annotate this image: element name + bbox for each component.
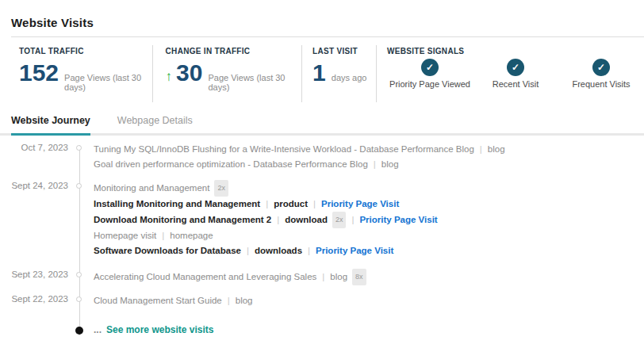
check-circle-icon: ✓ (592, 59, 610, 76)
see-more-link[interactable]: See more website visits (106, 324, 213, 335)
tab-website-journey[interactable]: Website Journey (11, 115, 90, 136)
website-signals: WEBSITE SIGNALS ✓ Priority Page Viewed ✓… (376, 45, 644, 102)
signal-label: Priority Page Viewed (389, 79, 470, 89)
signal-recent-visit: ✓ Recent Visit (473, 59, 558, 89)
entry-title: Accelerating Cloud Management and Levera… (94, 272, 316, 281)
panel-header: Website Visits (0, 0, 644, 36)
entry-title: Monitoring and Management (94, 183, 209, 193)
timeline-group: Sept 22, 2023 Cloud Management Start Gui… (0, 293, 644, 308)
stats-row: TOTAL TRAFFIC 152 Page Views (last 30 da… (0, 45, 644, 102)
stat-value: 152 (19, 61, 59, 85)
timeline-entry: Homepage visit|homepage (94, 228, 438, 243)
priority-page-visit-link[interactable]: Priority Page Visit (359, 215, 437, 224)
stat-total-traffic: TOTAL TRAFFIC 152 Page Views (last 30 da… (0, 45, 152, 102)
header-divider (11, 36, 644, 37)
stat-label: CHANGE IN TRAFFIC (166, 47, 302, 55)
timeline-group: Oct 7, 2023 Tuning My SQL/InnoDB Flushin… (0, 142, 644, 172)
priority-page-visit-link[interactable]: Priority Page Visit (316, 246, 393, 255)
check-circle-icon: ✓ (421, 59, 439, 76)
entry-title: Homepage visit (94, 231, 156, 240)
entry-title: Software Downloads for Database (94, 246, 241, 255)
stat-value: 30 (176, 61, 202, 85)
timeline-footer: ... See more website visits (0, 324, 644, 335)
pipe-separator: | (247, 246, 249, 255)
timeline-date: Oct 7, 2023 (0, 142, 68, 172)
website-visits-panel: Website Visits TOTAL TRAFFIC 152 Page Vi… (0, 0, 644, 335)
timeline-entry: Software Downloads for Database|download… (94, 243, 438, 258)
entry-title: Goal driven performance optimization - D… (94, 159, 368, 169)
visit-count-badge: 2x (332, 212, 347, 228)
stat-unit: Page Views (last 30 days) (64, 73, 152, 92)
stat-label: TOTAL TRAFFIC (19, 47, 152, 55)
stat-unit: days ago (332, 73, 367, 82)
priority-page-visit-link[interactable]: Priority Page Visit (321, 199, 399, 208)
signal-label: Frequent Visits (572, 79, 630, 89)
timeline-date: Sept 22, 2023 (0, 293, 68, 308)
up-arrow-icon: ↑ (166, 70, 173, 83)
entry-category: blog (330, 272, 347, 281)
tabs: Website Journey Webpage Details (0, 115, 644, 136)
entry-category: homepage (170, 231, 213, 240)
timeline-node-icon (76, 183, 82, 189)
pipe-separator: | (313, 199, 316, 208)
pipe-separator: | (162, 231, 164, 240)
pipe-separator: | (374, 159, 376, 169)
pipe-separator: | (480, 144, 482, 154)
timeline-date: Sept 24, 2023 (0, 180, 68, 258)
timeline-entry: Goal driven performance optimization - D… (94, 157, 505, 172)
timeline-entry: Monitoring and Management2x (94, 180, 438, 197)
timeline-end-dot-icon (75, 327, 83, 335)
entry-title: Tuning My SQL/InnoDB Flushing for a Writ… (94, 144, 474, 154)
entry-category: blog (236, 296, 253, 305)
timeline-entry: Cloud Management Start Guide|blog (94, 293, 252, 308)
pipe-separator: | (308, 246, 310, 255)
timeline-date: Sept 23, 2023 (0, 269, 68, 285)
pipe-separator: | (277, 215, 279, 224)
signal-priority-page-viewed: ✓ Priority Page Viewed (387, 59, 473, 89)
timeline-entry: Tuning My SQL/InnoDB Flushing for a Writ… (94, 142, 505, 157)
entry-category: download (285, 215, 328, 224)
timeline-group: Sept 23, 2023 Accelerating Cloud Managem… (0, 269, 644, 285)
entry-title: Installing Monitoring and Management (94, 199, 260, 208)
visit-count-badge: 8x (352, 269, 366, 285)
entry-category: product (274, 199, 308, 208)
stat-value: 1 (312, 61, 326, 85)
pipe-separator: | (322, 272, 324, 281)
entry-category: blog (488, 144, 505, 154)
entry-category: downloads (255, 246, 302, 255)
pipe-separator: | (228, 296, 230, 305)
visit-count-badge: 2x (214, 180, 228, 197)
timeline-node-icon (76, 145, 82, 151)
page-title: Website Visits (11, 16, 644, 29)
stat-change-in-traffic: CHANGE IN TRAFFIC ↑ 30 Page Views (last … (152, 45, 302, 102)
tab-webpage-details[interactable]: Webpage Details (117, 115, 193, 133)
timeline-entry: Installing Monitoring and Management|pro… (94, 197, 438, 212)
timeline-entry: Accelerating Cloud Management and Levera… (94, 269, 366, 285)
pipe-separator: | (266, 199, 268, 208)
signal-label: Recent Visit (493, 79, 539, 89)
stat-label: LAST VISIT (312, 47, 376, 55)
signal-frequent-visits: ✓ Frequent Visits (558, 59, 644, 89)
entry-title: Download Monitoring and Management 2 (94, 215, 271, 224)
pipe-separator: | (351, 215, 354, 224)
entry-category: blog (381, 159, 399, 169)
website-journey-timeline: Oct 7, 2023 Tuning My SQL/InnoDB Flushin… (0, 136, 644, 335)
timeline-node-icon (76, 272, 82, 277)
timeline-entry: Download Monitoring and Management 2|dow… (94, 212, 438, 228)
signals-label: WEBSITE SIGNALS (387, 47, 644, 55)
stat-last-visit: LAST VISIT 1 days ago (301, 45, 376, 102)
timeline-node-icon (76, 296, 82, 302)
check-circle-icon: ✓ (507, 59, 524, 76)
entry-title: Cloud Management Start Guide (94, 296, 222, 305)
timeline-group: Sept 24, 2023 Monitoring and Management2… (0, 180, 644, 258)
ellipsis: ... (94, 324, 102, 335)
stat-unit: Page Views (last 30 days) (208, 73, 301, 92)
